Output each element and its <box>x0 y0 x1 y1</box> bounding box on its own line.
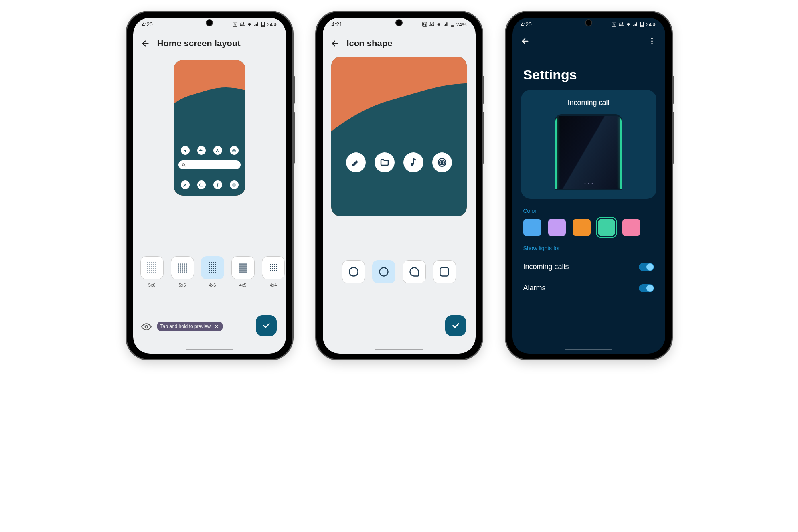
phone-edge-lights-screen: 4:20 24% Settings Incoming call Color <box>506 12 672 359</box>
wifi-icon <box>626 22 631 27</box>
status-time: 4:20 <box>521 21 589 28</box>
toggle-switch[interactable] <box>639 263 654 271</box>
svg-point-6 <box>217 149 218 150</box>
battery-icon <box>640 22 644 27</box>
grid-option-label: 4x4 <box>270 283 277 287</box>
cloud-icon <box>197 146 206 155</box>
shape-option-circle[interactable] <box>372 260 395 283</box>
folder-icon <box>375 152 395 172</box>
nfc-icon <box>232 22 238 27</box>
app-header: Icon shape <box>323 31 476 53</box>
page-title: Home screen layout <box>157 38 241 49</box>
battery-icon <box>450 22 454 27</box>
grid-option-4x4[interactable]: 4x4 <box>262 256 285 287</box>
home-indicator[interactable] <box>375 349 423 350</box>
svg-point-10 <box>182 163 185 166</box>
music-icon <box>403 152 423 172</box>
toggle-row-alarms[interactable]: Alarms <box>512 277 665 299</box>
status-time: 4:20 <box>142 21 210 28</box>
svg-point-12 <box>234 184 235 185</box>
music-icon <box>213 180 222 189</box>
toast-text: Tap and hold to preview <box>160 324 211 329</box>
shape-option-rounded-square[interactable] <box>433 260 456 283</box>
battery-percent: 24% <box>267 22 277 28</box>
mail-icon <box>230 146 239 155</box>
grid-option-label: 5x6 <box>148 283 156 287</box>
toggle-label: Alarms <box>523 284 546 292</box>
shape-option-teardrop[interactable] <box>403 260 426 283</box>
share-icon <box>213 146 222 155</box>
chat-icon <box>181 146 190 155</box>
grid-option-4x5[interactable]: 4x5 <box>231 256 255 287</box>
grid-option-label: 4x6 <box>209 283 216 287</box>
grid-option-5x5[interactable]: 5x5 <box>171 256 194 287</box>
svg-point-15 <box>145 326 148 328</box>
incoming-call-preview-card: Incoming call <box>521 90 656 199</box>
color-swatch[interactable] <box>573 219 591 236</box>
page-title: Icon shape <box>347 38 393 49</box>
confirm-button[interactable] <box>445 315 466 336</box>
home-indicator[interactable] <box>186 349 233 350</box>
svg-point-21 <box>441 162 443 163</box>
alarm-off-icon <box>429 22 435 27</box>
signal-icon <box>254 22 259 27</box>
battery-icon <box>261 22 265 27</box>
color-swatch[interactable] <box>523 219 541 236</box>
toggle-label: Incoming calls <box>523 263 569 271</box>
preview-eye-icon[interactable] <box>141 322 152 332</box>
phone-layout-screen: 4:20 24% Home screen layout <box>127 12 292 359</box>
phone-edge-light-preview <box>555 114 622 190</box>
svg-point-31 <box>651 40 653 42</box>
signal-icon <box>443 22 449 27</box>
toggle-row-incoming-calls[interactable]: Incoming calls <box>512 256 665 277</box>
svg-point-11 <box>217 185 218 186</box>
svg-point-4 <box>184 149 185 151</box>
svg-rect-29 <box>641 26 643 26</box>
back-icon[interactable] <box>141 39 150 48</box>
wifi-icon <box>247 22 252 27</box>
color-swatch[interactable] <box>548 219 566 236</box>
svg-point-32 <box>651 43 653 45</box>
color-swatch[interactable] <box>622 219 640 236</box>
svg-point-8 <box>218 151 219 152</box>
back-icon[interactable] <box>521 37 530 45</box>
more-icon[interactable] <box>648 37 656 45</box>
card-title: Incoming call <box>530 99 648 107</box>
shape-options-row <box>323 260 476 283</box>
svg-rect-18 <box>452 22 453 22</box>
signal-icon <box>633 22 638 27</box>
podcast-icon <box>432 152 452 172</box>
nfc-icon <box>611 22 617 27</box>
nfc-icon <box>422 22 427 27</box>
svg-rect-28 <box>642 22 643 22</box>
folder-icon <box>197 180 206 189</box>
color-swatch[interactable] <box>598 219 615 236</box>
close-icon[interactable] <box>214 324 219 329</box>
page-title: Settings <box>512 45 665 90</box>
back-icon[interactable] <box>331 39 340 48</box>
svg-point-24 <box>380 268 388 276</box>
camera-punch-hole <box>395 19 403 26</box>
edit-icon <box>346 152 366 172</box>
confirm-button[interactable] <box>256 315 277 336</box>
grid-option-5x6[interactable]: 5x6 <box>140 256 164 287</box>
svg-point-5 <box>185 150 186 152</box>
grid-option-label: 4x5 <box>239 283 247 287</box>
home-indicator[interactable] <box>565 349 612 350</box>
app-header <box>512 31 665 45</box>
shape-option-squircle[interactable] <box>342 260 365 283</box>
grid-option-label: 5x5 <box>179 283 186 287</box>
grid-options-row: 5x65x54x64x54x4 <box>140 256 286 287</box>
camera-punch-hole <box>206 19 213 26</box>
grid-option-4x6[interactable]: 4x6 <box>201 256 224 287</box>
svg-point-7 <box>216 151 217 152</box>
wallpaper-preview[interactable] <box>174 60 245 196</box>
camera-punch-hole <box>585 19 592 26</box>
svg-point-30 <box>651 38 653 40</box>
alarm-off-icon <box>239 22 245 27</box>
search-bar <box>178 160 241 169</box>
color-options-row <box>512 219 665 236</box>
preview-toast[interactable]: Tap and hold to preview <box>157 322 223 331</box>
toggle-switch[interactable] <box>639 284 654 292</box>
phone-icon-shape-screen: 4:21 24% Icon shape <box>316 12 482 359</box>
